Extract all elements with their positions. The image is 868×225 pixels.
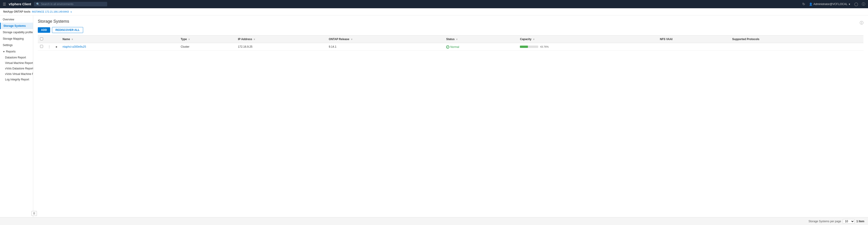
user-dropdown-chevron: ▼ [848, 3, 850, 5]
reports-section-header[interactable]: ▼ Reports [0, 48, 33, 55]
breadcrumb-bar: NetApp ONTAP tools INSTANCE 172.21.166.1… [0, 8, 868, 16]
search-icon: 🔍 [36, 2, 40, 6]
rediscover-all-button[interactable]: REDISCOVER ALL [52, 27, 83, 33]
sidebar-collapse-button[interactable]: ☰ [33, 211, 37, 216]
table-col-nfs-vaai[interactable]: NFS VAAI [657, 35, 730, 43]
item-count-label: 1 Item [856, 220, 864, 223]
app-logo: vSphere Client [9, 2, 31, 6]
username-label: Administrator@VCF.LOCAL [813, 2, 847, 6]
type-filter-icon[interactable]: ▿ [188, 38, 190, 40]
row-checkbox-0[interactable] [40, 45, 43, 48]
sidebar-item-settings-label: Settings [3, 44, 12, 47]
sidebar-sub-vvols-datastore-report[interactable]: vVols Datastore Report [0, 66, 33, 71]
reports-chevron-icon: ▼ [3, 50, 5, 53]
select-all-checkbox[interactable] [40, 37, 43, 40]
sidebar-item-storage-systems-label: Storage Systems [3, 24, 26, 28]
sidebar: Overview Storage Systems Storage capabil… [0, 16, 33, 224]
bottom-bar: Storage Systems per page 102050100 1 Ite… [0, 217, 868, 224]
per-page-select[interactable]: 102050100 [843, 219, 855, 224]
table-col-type[interactable]: Type ▿ [178, 35, 236, 43]
search-input[interactable] [41, 2, 100, 6]
user-menu[interactable]: 👤 Administrator@VCF.LOCAL ▼ [809, 2, 850, 6]
table-col-capacity[interactable]: Capacity ▿ [518, 35, 657, 43]
sidebar-item-settings[interactable]: Settings [0, 42, 33, 48]
search-bar[interactable]: 🔍 [34, 2, 107, 6]
row-actions-0[interactable]: ⋮ [45, 43, 53, 51]
table-row: ⋮ ► ntaphci-a300e9u25 Cluster 172.16.9.2… [38, 43, 863, 51]
status-filter-icon[interactable]: ▿ [456, 38, 457, 40]
row-name-0[interactable]: ntaphci-a300e9u25 [60, 43, 178, 51]
capacity-bar-bg-0 [520, 46, 538, 48]
toolbar: ADD REDISCOVER ALL [38, 27, 863, 33]
row-checkbox-cell-0[interactable] [38, 43, 45, 51]
sidebar-item-overview[interactable]: Overview [0, 16, 33, 23]
sidebar-item-storage-systems[interactable]: Storage Systems [0, 23, 33, 29]
reports-section-label: Reports [6, 50, 16, 53]
name-filter-icon[interactable]: ▿ [72, 38, 73, 40]
per-page-label: Storage Systems per page [808, 220, 841, 223]
plugin-name-label: NetApp ONTAP tools [3, 10, 30, 13]
table-actions-header [45, 35, 53, 43]
storage-systems-table: Name ▿ Type ▿ IP Address ▿ ONTAP Release… [38, 35, 863, 51]
table-col-supported-protocols[interactable]: Supported Protocols [730, 35, 863, 43]
ontap-filter-icon[interactable]: ▿ [351, 38, 352, 40]
content-area: Storage Systems ⓘ ADD REDISCOVER ALL Nam… [33, 16, 868, 224]
ip-filter-icon[interactable]: ▿ [254, 38, 255, 40]
row-nfs-vaai-0 [657, 43, 730, 51]
row-status-0: ✓ Normal [444, 43, 518, 51]
sidebar-sub-vm-report[interactable]: Virtual Machine Report [0, 60, 33, 66]
row-more-icon-0[interactable]: ⋮ [48, 45, 51, 49]
capacity-bar-fill-0 [520, 46, 528, 48]
status-dot-0: ✓ [446, 45, 450, 49]
sidebar-sub-vvols-vm-report[interactable]: vVols Virtual Machine Report [0, 71, 33, 77]
sidebar-item-storage-mapping[interactable]: Storage Mapping [0, 35, 33, 42]
status-badge-0: ✓ Normal [446, 45, 459, 49]
row-supported-protocols-0 [730, 43, 863, 51]
sidebar-item-overview-label: Overview [3, 18, 14, 21]
top-bar-right-controls: ↻ 👤 Administrator@VCF.LOCAL ▼ ◯ ⓘ [802, 2, 865, 6]
instance-dropdown-chevron[interactable]: ∨ [70, 10, 72, 13]
row-capacity-0: 43.76% [518, 43, 657, 51]
table-col-status[interactable]: Status ▿ [444, 35, 518, 43]
row-name-link-0[interactable]: ntaphci-a300e9u25 [63, 45, 86, 48]
sidebar-item-storage-capability-label: Storage capability profile [3, 31, 33, 34]
sidebar-sub-log-integrity-report[interactable]: Log Integrity Report [0, 77, 33, 82]
sidebar-item-storage-capability[interactable]: Storage capability profile [0, 29, 33, 35]
table-col-ontap-release[interactable]: ONTAP Release ▿ [327, 35, 444, 43]
table-header-row: Name ▿ Type ▿ IP Address ▿ ONTAP Release… [38, 35, 863, 43]
row-type-0: Cluster [178, 43, 236, 51]
user-icon: 👤 [809, 2, 813, 6]
row-ontap-0: 9.14.1 [327, 43, 444, 51]
row-expand-0[interactable]: ► [53, 43, 60, 51]
capacity-container-0: 43.76% [520, 45, 655, 48]
refresh-icon[interactable]: ↻ [802, 2, 805, 6]
table-col-ip-address[interactable]: IP Address ▿ [236, 35, 327, 43]
capacity-filter-icon[interactable]: ▿ [533, 38, 534, 40]
table-col-name[interactable]: Name ▿ [60, 35, 178, 43]
row-chevron-icon-0[interactable]: ► [55, 45, 58, 48]
top-navigation-bar: ☰ vSphere Client 🔍 ↻ 👤 Administrator@VCF… [0, 0, 868, 8]
page-title: Storage Systems [38, 19, 69, 24]
row-ip-0: 172.16.9.25 [236, 43, 327, 51]
instance-link[interactable]: INSTANCE 172.21.166.149:8443 [32, 10, 69, 13]
sidebar-item-storage-mapping-label: Storage Mapping [3, 37, 24, 40]
table-select-all-checkbox-header[interactable] [38, 35, 45, 43]
table-expand-header [53, 35, 60, 43]
help-icon[interactable]: ⓘ [862, 2, 865, 6]
notification-icon[interactable]: ◯ [854, 2, 858, 6]
main-layout: Overview Storage Systems Storage capabil… [0, 16, 868, 224]
hamburger-menu-icon[interactable]: ☰ [3, 2, 6, 6]
capacity-pct-label-0: 43.76% [540, 45, 549, 48]
add-button[interactable]: ADD [38, 27, 50, 33]
status-label-0: Normal [450, 45, 459, 49]
sidebar-sub-datastore-report[interactable]: Datastore Report [0, 55, 33, 60]
page-help-icon[interactable]: ⓘ [860, 21, 863, 25]
